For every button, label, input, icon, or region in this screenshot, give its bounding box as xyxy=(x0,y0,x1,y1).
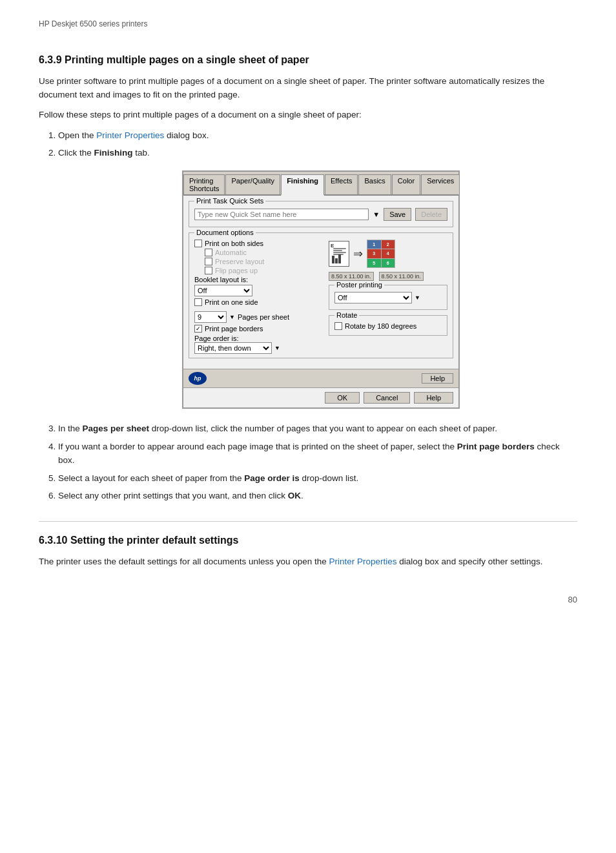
steps-lower-list: In the Pages per sheet drop-down list, c… xyxy=(58,422,577,503)
doc-options-group: Document options Print on both sides Aut… xyxy=(189,232,453,358)
section-10-para1: The printer uses the default settings fo… xyxy=(39,555,577,569)
arrow-icon: ⇒ xyxy=(353,247,363,261)
checkbox-preserve-layout: Preserve layout xyxy=(205,258,323,265)
checkbox-flip-pages-box[interactable] xyxy=(205,267,212,274)
poster-select[interactable]: Off xyxy=(334,292,412,303)
checkbox-preserve-layout-box[interactable] xyxy=(205,258,212,265)
checkbox-print-one-side: Print on one side xyxy=(194,298,323,306)
ok-button[interactable]: OK xyxy=(325,392,360,404)
poster-group-label: Poster printing xyxy=(334,281,384,289)
pages-per-sheet-row: 9 ▼ Pages per sheet xyxy=(194,311,323,323)
checkbox-preserve-label: Preserve layout xyxy=(215,258,264,265)
footer-help-button[interactable]: Help xyxy=(422,373,453,384)
size-label-2: 8.50 x 11.00 in. xyxy=(379,272,424,281)
checkbox-print-page-borders: ✓ Print page borders xyxy=(194,325,323,333)
page-order-select-row: Right, then down ▼ xyxy=(194,342,323,354)
doc-options-left: Print on both sides Automatic Preserve l… xyxy=(194,240,323,354)
poster-group: Poster printing Off ▼ xyxy=(329,285,447,310)
grid-cell-1: 1 xyxy=(367,240,381,249)
tab-bar: Printing Shortcuts Paper/Quality Finishi… xyxy=(183,172,458,196)
checkbox-flip-label: Flip pages up xyxy=(215,267,258,274)
steps-list: Open the Printer Properties dialog box. … xyxy=(58,128,577,160)
checkbox-automatic-box[interactable] xyxy=(205,249,212,256)
checkbox-print-both-sides: Print on both sides xyxy=(194,240,323,247)
size-row: 8.50 x 11.00 in. 8.50 x 11.00 in. xyxy=(329,272,447,281)
rotate-group: Rotate Rotate by 180 degrees xyxy=(329,315,447,336)
booklet-label: Booklet layout is: xyxy=(194,276,248,283)
booklet-dropdown-row: Off xyxy=(194,285,323,296)
tab-paper-quality[interactable]: Paper/Quality xyxy=(225,174,280,194)
pages-per-sheet-bold: Pages per sheet xyxy=(83,424,150,433)
section-10-heading: 6.3.10 Setting the printer default setti… xyxy=(39,535,577,546)
step-1: Open the Printer Properties dialog box. xyxy=(58,128,577,143)
section-divider xyxy=(39,521,577,522)
pages-per-sheet-select[interactable]: 9 xyxy=(194,311,227,323)
ok-bold: OK xyxy=(288,491,301,500)
rotate-label: Rotate by 180 degrees xyxy=(345,322,416,330)
tab-color[interactable]: Color xyxy=(392,174,420,194)
booklet-select[interactable]: Off xyxy=(194,285,252,296)
tab-basics[interactable]: Basics xyxy=(358,174,391,194)
quick-sets-input[interactable] xyxy=(194,209,369,220)
checkbox-flip-pages: Flip pages up xyxy=(205,267,323,274)
print-page-borders-bold: Print page borders xyxy=(457,442,535,451)
section-9-heading: 6.3.9 Printing multiple pages on a singl… xyxy=(39,54,577,66)
finishing-tab-label: Finishing xyxy=(94,148,133,158)
step-2: Click the Finishing tab. xyxy=(58,146,577,160)
poster-dropdown-row: Off ▼ xyxy=(334,292,442,303)
rotate-group-label: Rotate xyxy=(334,311,359,319)
checkbox-one-side-label: Print on one side xyxy=(205,298,258,306)
quick-sets-label: Print Task Quick Sets xyxy=(194,197,265,205)
page-order-select[interactable]: Right, then down xyxy=(194,342,272,354)
checkbox-automatic-label: Automatic xyxy=(215,249,247,256)
page-order-arrow: ▼ xyxy=(274,345,280,351)
grid-cell-5: 5 xyxy=(367,259,381,267)
cancel-button[interactable]: Cancel xyxy=(364,392,410,404)
dialog-ok-row: OK Cancel Help xyxy=(183,387,458,407)
checkbox-borders-label: Print page borders xyxy=(205,325,263,333)
page-order-row: Page order is: xyxy=(194,334,323,342)
step-6: Select any other print settings that you… xyxy=(58,489,577,503)
save-button[interactable]: Save xyxy=(384,208,411,221)
section-10-text-after: dialog box and specify other settings. xyxy=(397,557,543,566)
checkbox-one-side-box[interactable] xyxy=(194,298,202,306)
checkbox-borders-box[interactable]: ✓ xyxy=(194,325,202,333)
pages-per-sheet-label: Pages per sheet xyxy=(238,313,289,321)
tab-services[interactable]: Services xyxy=(421,174,460,194)
section-10-text-before: The printer uses the default settings fo… xyxy=(39,557,329,566)
hp-logo: hp xyxy=(189,372,207,385)
preview-area: E xyxy=(329,240,447,268)
dialog-footer: hp Help xyxy=(183,369,458,387)
rotate-checkbox-row: Rotate by 180 degrees xyxy=(334,322,442,330)
tab-printing-shortcuts[interactable]: Printing Shortcuts xyxy=(183,174,225,194)
printer-properties-link-1[interactable]: Printer Properties xyxy=(96,130,164,140)
grid-cell-4: 4 xyxy=(382,249,395,258)
checkbox-both-sides-box[interactable] xyxy=(194,240,202,247)
quick-sets-group: Print Task Quick Sets ▼ Save Delete xyxy=(189,201,453,227)
step-4: If you want a border to appear around ea… xyxy=(58,440,577,468)
grid-cell-2: 2 xyxy=(382,240,395,249)
dialog-body: Print Task Quick Sets ▼ Save Delete Docu… xyxy=(183,196,458,369)
poster-arrow: ▼ xyxy=(415,294,420,301)
page-order-is-bold: Page order is xyxy=(244,473,300,483)
step-5: Select a layout for each sheet of paper … xyxy=(58,471,577,486)
printer-properties-link-2[interactable]: Printer Properties xyxy=(329,557,397,566)
doc-options-right: E xyxy=(329,240,447,354)
tab-effects[interactable]: Effects xyxy=(325,174,358,194)
rotate-checkbox-box[interactable] xyxy=(334,322,342,330)
doc-options-label: Document options xyxy=(194,229,256,236)
tab-finishing[interactable]: Finishing xyxy=(281,174,324,196)
delete-button[interactable]: Delete xyxy=(415,208,447,221)
page-header: HP Deskjet 6500 series printers xyxy=(39,19,577,28)
quick-sets-row: ▼ Save Delete xyxy=(194,208,447,221)
section-9-para2: Follow these steps to print multiple pag… xyxy=(39,108,577,122)
dialog-box: Printing Shortcuts Paper/Quality Finishi… xyxy=(182,170,460,409)
header-title: HP Deskjet 6500 series printers xyxy=(39,19,148,28)
help-button[interactable]: Help xyxy=(414,392,453,404)
grid-pages-icon: 1 2 3 4 5 6 xyxy=(367,240,395,268)
section-9-para1: Use printer software to print multiple p… xyxy=(39,75,577,102)
booklet-row: Booklet layout is: xyxy=(194,276,323,283)
dialog-screenshot: Printing Shortcuts Paper/Quality Finishi… xyxy=(65,170,577,409)
single-page-icon: E xyxy=(329,241,349,267)
doc-main-row: Print on both sides Automatic Preserve l… xyxy=(194,240,447,354)
